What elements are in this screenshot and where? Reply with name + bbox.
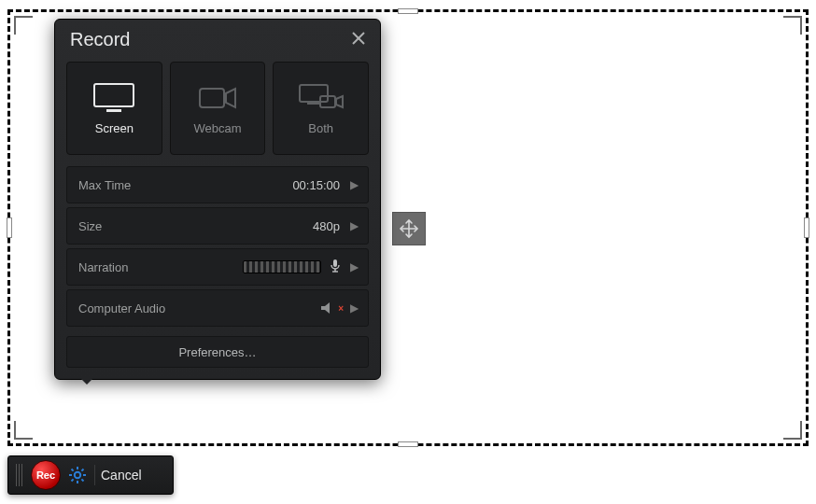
popover-header: Record (55, 20, 380, 62)
chevron-right-icon: ▶ (349, 219, 359, 232)
gear-icon (68, 466, 87, 484)
size-label: Size (78, 219, 102, 233)
record-button[interactable]: Rec (31, 460, 61, 490)
svg-rect-5 (106, 109, 121, 112)
corner-handle-bl[interactable] (14, 421, 33, 440)
svg-rect-8 (300, 85, 328, 102)
svg-marker-11 (336, 96, 343, 107)
svg-line-21 (72, 469, 74, 471)
chevron-right-icon: ▶ (349, 260, 359, 273)
svg-rect-9 (307, 103, 320, 105)
microphone-icon (329, 259, 342, 276)
source-both[interactable]: Both (273, 62, 369, 155)
move-arrows-icon (399, 218, 419, 239)
edge-handle-right[interactable] (804, 217, 809, 238)
corner-handle-tr[interactable] (783, 16, 802, 35)
svg-marker-15 (321, 302, 330, 314)
row-narration[interactable]: Narration ▶ (66, 248, 369, 286)
settings-rows: Max Time 00:15:00 ▶ Size 480p ▶ Narratio… (55, 166, 380, 327)
corner-handle-br[interactable] (783, 421, 802, 440)
preferences-label: Preferences… (178, 345, 256, 359)
svg-line-22 (81, 479, 83, 481)
svg-point-16 (75, 472, 80, 478)
settings-button[interactable] (68, 466, 87, 484)
svg-line-24 (72, 479, 74, 481)
row-max-time[interactable]: Max Time 00:15:00 ▶ (66, 166, 369, 203)
svg-marker-7 (226, 89, 235, 107)
source-webcam-label: Webcam (193, 121, 241, 135)
svg-line-23 (81, 469, 83, 471)
move-region-button[interactable] (392, 212, 426, 245)
max-time-label: Max Time (78, 178, 131, 192)
cancel-button[interactable]: Cancel (94, 465, 142, 485)
record-popover: Record Screen Webcam (54, 19, 381, 380)
close-button[interactable] (352, 30, 365, 49)
edge-handle-bottom[interactable] (398, 441, 418, 447)
vu-meter (243, 260, 321, 273)
recorder-toolbar: Rec Cancel (7, 455, 174, 495)
source-screen[interactable]: Screen (66, 62, 162, 155)
drag-grip[interactable] (16, 464, 23, 486)
source-row: Screen Webcam Both (55, 62, 380, 166)
max-time-value: 00:15:00 (292, 178, 340, 192)
edge-handle-left[interactable] (7, 217, 12, 238)
narration-label: Narration (78, 260, 128, 274)
source-webcam[interactable]: Webcam (170, 62, 266, 155)
source-both-label: Both (308, 121, 333, 135)
edge-handle-top[interactable] (398, 8, 418, 14)
row-computer-audio[interactable]: Computer Audio × ▶ (66, 289, 369, 327)
popover-title: Record (70, 29, 130, 50)
svg-rect-4 (94, 84, 134, 106)
preferences-button[interactable]: Preferences… (66, 336, 369, 368)
computer-audio-label: Computer Audio (78, 301, 165, 315)
cancel-button-label: Cancel (101, 468, 142, 483)
speaker-muted-icon: × (320, 301, 344, 315)
close-icon (352, 32, 365, 45)
row-size[interactable]: Size 480p ▶ (66, 207, 369, 245)
corner-handle-tl[interactable] (14, 16, 33, 35)
source-screen-label: Screen (95, 121, 134, 135)
webcam-icon (196, 82, 239, 114)
svg-rect-6 (200, 89, 224, 107)
both-icon (298, 82, 345, 114)
svg-rect-12 (333, 259, 337, 267)
chevron-right-icon: ▶ (349, 301, 359, 315)
size-value: 480p (313, 219, 340, 233)
chevron-right-icon: ▶ (349, 178, 359, 191)
screen-icon (92, 82, 135, 114)
record-button-label: Rec (36, 469, 55, 481)
